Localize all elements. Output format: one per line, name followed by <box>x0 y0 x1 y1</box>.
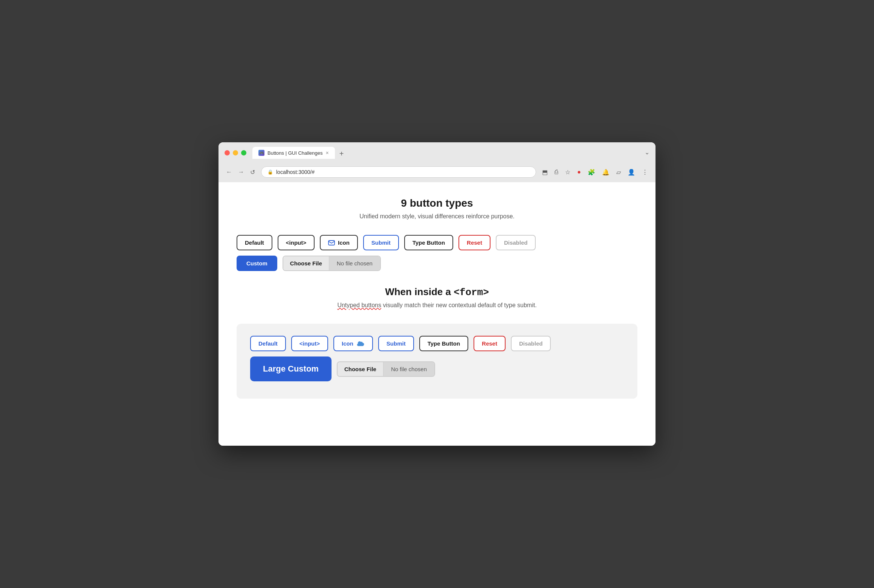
address-input[interactable]: 🔒 localhost:3000/# <box>261 166 536 178</box>
page-title: 9 button types <box>237 197 637 209</box>
default-button[interactable]: Default <box>237 235 272 250</box>
form-icon-button[interactable]: Icon <box>333 336 373 351</box>
section-subtitle-part1: Untyped buttons <box>337 302 381 308</box>
address-bar: ← → ↺ 🔒 localhost:3000/# ⬒ ⎙ ☆ ● 🧩 🔔 ▱ 👤… <box>218 163 656 182</box>
lock-icon: 🔒 <box>267 169 273 175</box>
buttons-row-2: Custom Choose File No file chosen <box>237 256 637 271</box>
file-input-wrapper: Choose File No file chosen <box>283 256 381 271</box>
tab-close-button[interactable]: × <box>325 150 329 156</box>
forward-button[interactable]: → <box>237 167 246 177</box>
form-buttons-row-2: Large Custom Choose File No file chosen <box>250 356 624 381</box>
form-section-header: When inside a <form> Untyped buttons vis… <box>237 286 637 309</box>
external-link-icon[interactable]: ⬒ <box>541 167 549 177</box>
form-no-file-label: No file chosen <box>384 362 434 376</box>
section-subtitle: Untyped buttons visually match their new… <box>237 302 637 309</box>
buttons-row-1: Default <input> Icon Submit Type Button … <box>237 235 637 250</box>
new-tab-button[interactable]: + <box>336 148 347 159</box>
profile-icon[interactable]: 👤 <box>626 167 637 177</box>
tab-end-icon: ⌄ <box>645 149 649 159</box>
page-subtitle: Unified modern style, visual differences… <box>237 213 637 220</box>
custom-button[interactable]: Custom <box>237 256 277 271</box>
form-reset-button[interactable]: Reset <box>474 336 506 351</box>
bell-icon[interactable]: 🔔 <box>600 167 611 177</box>
icon-button[interactable]: Icon <box>320 235 358 250</box>
form-file-input-wrapper: Choose File No file chosen <box>337 361 435 377</box>
tab-favicon: 🎮 <box>258 150 264 156</box>
more-icon[interactable]: ⋮ <box>640 167 649 177</box>
form-buttons-row-1: Default <input> Icon Submit Type Button … <box>250 336 624 351</box>
reader-icon[interactable]: ▱ <box>615 167 622 177</box>
minimize-button[interactable] <box>233 150 238 155</box>
form-default-button[interactable]: Default <box>250 336 286 351</box>
form-choose-file-button[interactable]: Choose File <box>338 362 384 376</box>
no-file-label: No file chosen <box>329 256 380 270</box>
back-button[interactable]: ← <box>225 167 234 177</box>
section-subtitle-part2: visually match their new contextual defa… <box>381 302 537 308</box>
form-input-button[interactable]: <input> <box>291 336 328 351</box>
nav-buttons: ← → ↺ <box>225 167 257 177</box>
form-submit-button[interactable]: Submit <box>378 336 414 351</box>
traffic-lights <box>225 150 246 155</box>
title-bar: 🎮 Buttons | GUI Challenges × + ⌄ <box>218 142 656 163</box>
choose-file-button[interactable]: Choose File <box>283 256 329 270</box>
reload-button[interactable]: ↺ <box>249 167 257 177</box>
email-icon <box>328 240 335 245</box>
bookmark-icon[interactable]: ☆ <box>564 167 572 177</box>
section-title-code: <form> <box>454 287 489 298</box>
address-text: localhost:3000/# <box>276 169 315 175</box>
tab-label: Buttons | GUI Challenges <box>267 150 322 156</box>
browser-window: 🎮 Buttons | GUI Challenges × + ⌄ ← → ↺ 🔒… <box>218 142 656 446</box>
share-icon[interactable]: ⎙ <box>553 167 560 177</box>
maximize-button[interactable] <box>241 150 246 155</box>
tabs-row: 🎮 Buttons | GUI Challenges × + ⌄ <box>252 147 649 159</box>
form-box: Default <input> Icon Submit Type Button … <box>237 324 637 399</box>
cloud-icon <box>356 341 365 347</box>
browser-toolbar: ⬒ ⎙ ☆ ● 🧩 🔔 ▱ 👤 ⋮ <box>541 167 649 177</box>
large-custom-button[interactable]: Large Custom <box>250 356 332 381</box>
input-button[interactable]: <input> <box>278 235 315 250</box>
disabled-button: Disabled <box>496 235 536 250</box>
submit-button[interactable]: Submit <box>363 235 399 250</box>
type-button[interactable]: Type Button <box>404 235 453 250</box>
form-icon-button-label: Icon <box>342 340 353 347</box>
form-type-button[interactable]: Type Button <box>419 336 468 351</box>
icon-button-label: Icon <box>338 239 350 246</box>
page-content: 9 button types Unified modern style, vis… <box>218 182 656 446</box>
active-tab[interactable]: 🎮 Buttons | GUI Challenges × <box>252 147 335 159</box>
reset-button[interactable]: Reset <box>458 235 490 250</box>
puzzle-icon[interactable]: 🧩 <box>586 167 597 177</box>
section-title: When inside a <form> <box>237 286 637 298</box>
close-button[interactable] <box>225 150 230 155</box>
extension-icon[interactable]: ● <box>576 167 582 177</box>
form-disabled-button: Disabled <box>511 336 551 351</box>
section-title-prefix: When inside a <box>385 286 454 297</box>
